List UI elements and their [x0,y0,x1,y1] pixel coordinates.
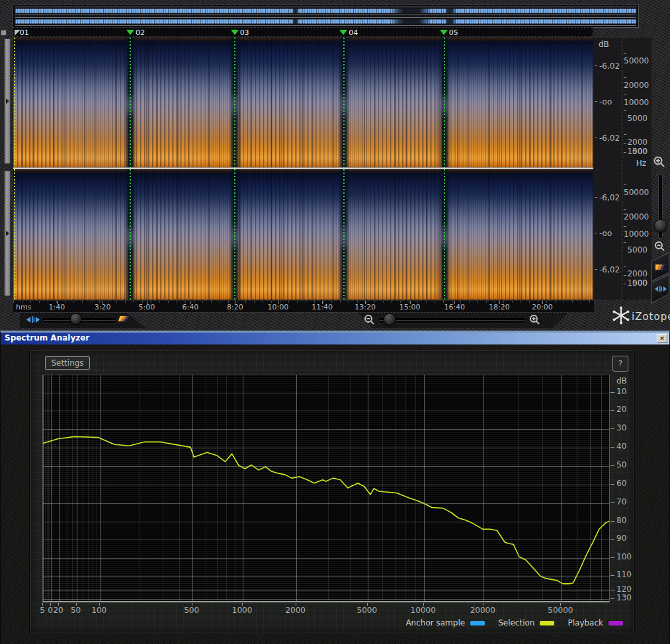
time-ruler[interactable]: hms 1:403:205:006:408:2010:0011:4013:201… [13,301,594,312]
y-tick [610,484,614,485]
grid-line-vertical [43,375,44,601]
time-tick [278,301,278,304]
x-tick-label: 10000 [411,606,436,615]
close-icon[interactable]: ✕ [657,334,667,343]
waveform-left [15,8,636,14]
time-tick [147,301,147,304]
y-tick-label: 80 [616,516,636,525]
y-tick [610,392,614,393]
corner-box[interactable] [1,30,7,36]
legend-item: Anchor sample [405,618,485,627]
zoom-out-time-icon[interactable] [364,314,375,325]
grid-line-vertical [140,375,140,601]
y-tick-label: 70 [616,497,636,506]
marker-04[interactable] [339,30,347,35]
waveform-arrows-icon [655,285,667,293]
grid-line-horizontal [43,429,609,430]
window-body: Settings ? dB Anchor sampleSelectionPlay… [1,344,669,644]
zoom-slider-knob[interactable] [384,313,396,325]
grid-line-vertical [72,375,73,601]
grid-line-vertical [350,375,351,601]
window-title-bar[interactable]: Spectrum Analyzer ✕ [1,333,669,344]
time-tick [57,301,58,304]
zoom-in-time-icon[interactable] [529,314,540,325]
legend-swatch [470,621,485,625]
grid-line-vertical [483,375,484,601]
blend-slider-knob[interactable] [70,313,81,325]
time-tick [499,301,500,304]
y-tick [610,557,614,558]
spectrogram-channel-1[interactable] [13,38,593,167]
marker-guide-line [444,169,445,300]
spectrogram-channel-2[interactable] [13,169,593,300]
marker-guide-line [130,169,131,300]
zoom-out-freq-icon[interactable] [654,241,665,252]
frequency-tick-label: 20000 [624,204,648,221]
grid-line-vertical [226,375,227,601]
zoom-in-freq-icon[interactable] [653,156,665,168]
time-tick [103,301,103,304]
x-tick-label: 1000 [232,606,253,615]
time-tick [542,301,543,304]
waveform-overview[interactable] [13,5,638,27]
y-tick [610,521,614,522]
legend-swatch [608,621,623,625]
axis-separator [622,38,622,300]
time-tick [190,301,191,304]
zoom-slider-track[interactable] [378,318,525,323]
legend-item: Playback [567,618,623,627]
grid-line-vertical [77,375,77,601]
grid-line-vertical [192,375,193,601]
window-title: Spectrum Analyzer [5,333,89,342]
grid-line-vertical [217,375,218,601]
marker-bar[interactable]: 0102030405 [13,27,593,37]
grid-line-horizontal [43,485,609,485]
grid-line-vertical [45,375,46,601]
grid-line-horizontal [43,503,609,504]
legend: Anchor sampleSelectionPlayback [405,618,623,627]
grid-line-vertical [590,375,591,601]
grid-line-vertical [243,375,243,601]
y-tick [610,410,614,411]
analyzer-panel: Settings ? dB Anchor sampleSelectionPlay… [30,350,634,633]
time-tick [322,301,323,304]
selection-start-line [14,169,15,300]
grid-line-vertical [59,375,60,601]
x-tick-label: 500 [184,606,199,615]
legend-label: Anchor sample [405,618,465,627]
marker-guide-line [343,169,345,300]
grid-line-vertical [163,375,163,601]
marker-02[interactable] [126,30,134,35]
track-boundary [338,38,350,167]
overview-lane-left [15,7,636,15]
y-tick [610,590,614,590]
spectrum-curve [43,375,610,602]
marker-03[interactable] [231,30,239,35]
legend-label: Selection [498,618,534,627]
channel-2-scrollbar[interactable] [4,171,11,296]
grid-line-horizontal [43,393,609,393]
grid-line-vertical [424,375,425,601]
y-tick-label: 90 [616,534,636,543]
y-tick-label: 50 [616,460,636,469]
grid-line-horizontal [43,466,609,467]
y-tick-label: 30 [616,423,636,432]
y-tick [610,465,614,466]
grid-line-vertical [48,375,49,601]
channel-1-scrollbar[interactable] [4,38,11,164]
y-tick-label: 120 [616,584,636,594]
grid-line-vertical [47,375,48,601]
marker-05[interactable] [440,30,448,35]
marker-label: 02 [136,28,145,37]
track-boundary [229,38,241,167]
waveform-right [15,19,636,24]
settings-button[interactable]: Settings [45,356,90,370]
spectrogram-view-icon [118,315,130,322]
marker-label: 04 [349,28,358,37]
freq-zoom-slider-knob[interactable] [654,220,667,232]
help-button[interactable]: ? [612,356,628,372]
grid-line-vertical [328,375,329,601]
amplitude-tick-label: -6,02 [595,61,621,71]
amplitude-tick-label: -oo [595,229,621,238]
y-axis-title: dB [616,376,627,385]
